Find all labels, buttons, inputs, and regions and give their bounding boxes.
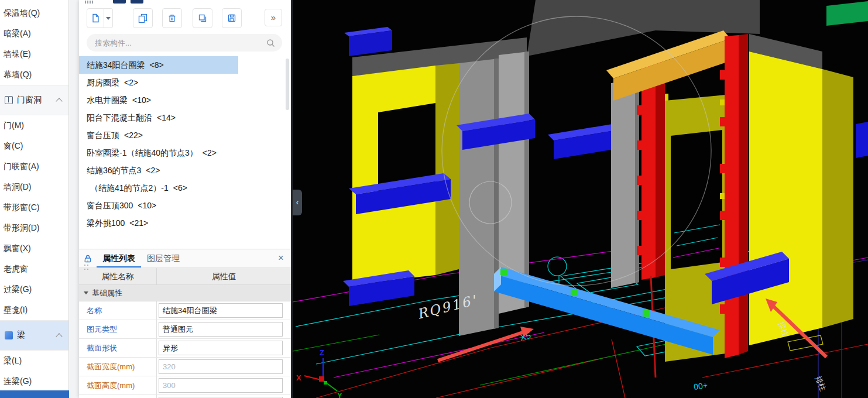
property-value-input[interactable]: 300 <box>159 378 283 393</box>
property-value-input[interactable]: 320 <box>159 359 283 374</box>
search-icon <box>266 39 275 47</box>
sidebar-item-wall-pier[interactable]: 墙垛(E) <box>0 44 68 64</box>
component-count: <10> <box>138 201 156 210</box>
new-component-button[interactable] <box>87 8 104 28</box>
toolbar-more-button[interactable]: » <box>265 9 282 26</box>
sidebar-item-dormer-window[interactable]: 老虎窗 <box>0 259 68 279</box>
sidebar-item-coupling-beam[interactable]: 连梁(G) <box>0 371 68 392</box>
red-column[interactable] <box>725 35 739 358</box>
column-notch <box>720 117 725 126</box>
component-type-sidebar: 保温墙(Q) 暗梁(A) 墙垛(E) 幕墙(Q) 门窗洞 门(M) 窗(C) 门… <box>0 0 69 398</box>
property-row: 截面宽度(mm) 320 <box>79 358 291 376</box>
sidebar-item-beam[interactable]: 梁(L) <box>0 351 68 371</box>
property-value-input[interactable]: 结施34阳台圈梁 <box>159 303 283 318</box>
component-count: <6> <box>173 183 187 193</box>
grip-handle[interactable] <box>500 269 507 275</box>
duplicate-component-button[interactable] <box>193 8 212 28</box>
property-row: 图元类型 普通图元 <box>79 320 291 339</box>
component-list-item[interactable]: 梁外挑100<21> <box>79 214 291 232</box>
red-column-shade <box>656 59 665 277</box>
new-component-dropdown[interactable] <box>104 8 113 28</box>
grip-handle[interactable] <box>643 310 649 317</box>
delete-component-button[interactable] <box>162 8 182 28</box>
section-basic-properties[interactable]: 基础属性 <box>79 285 291 301</box>
component-list-item[interactable]: 阳台下混凝土翻沿<14> <box>79 109 291 126</box>
property-value-input[interactable]: 异形 <box>159 341 283 355</box>
sidebar-group-door-window-opening[interactable]: 门窗洞 <box>0 85 68 115</box>
panel-grip-icon[interactable] <box>84 259 89 275</box>
component-list-item[interactable]: 卧室圈梁-1（结施40的节点3）<2> <box>79 144 291 162</box>
component-list-item[interactable]: 窗台压顶300<10> <box>79 197 291 214</box>
sidebar-item-niche[interactable]: 壁龛(I) <box>0 300 68 320</box>
yellow-wall-side[interactable] <box>822 69 853 328</box>
column-notch <box>720 258 725 267</box>
viewport-canvas[interactable]: RQ916' X5 00+ 排柱 排柱 X Y <box>293 0 868 398</box>
sidebar-item-door-window-combo[interactable]: 门联窗(A) <box>0 156 68 177</box>
bim-application-window: 保温墙(Q) 暗梁(A) 墙垛(E) 幕墙(Q) 门窗洞 门(M) 窗(C) 门… <box>0 0 868 398</box>
sidebar-item-strip-window[interactable]: 带形窗(C) <box>0 197 68 218</box>
list-scrollbar[interactable] <box>286 59 289 110</box>
tab-property-list[interactable]: 属性列表 <box>97 249 141 267</box>
yellow-wall[interactable] <box>749 52 822 345</box>
close-icon[interactable]: × <box>278 249 284 267</box>
chevron-down-icon <box>106 17 111 20</box>
component-list-item[interactable]: 厨房圈梁<2> <box>79 74 291 91</box>
sidebar-item-wall-opening[interactable]: 墙洞(D) <box>0 177 68 197</box>
chevron-up-icon <box>56 98 62 104</box>
sidebar-item-insulation-wall[interactable]: 保温墙(Q) <box>0 3 68 23</box>
column-notch <box>720 100 725 105</box>
drag-grip-icon[interactable] <box>85 1 93 4</box>
copy-component-button[interactable] <box>133 8 153 28</box>
red-column[interactable] <box>641 60 656 280</box>
save-component-button[interactable] <box>222 8 242 28</box>
component-list-item[interactable]: 结施36的节点3<2> <box>79 162 291 179</box>
component-list-item[interactable]: 结施34阳台圈梁<8> <box>79 56 291 74</box>
viewport-3d[interactable]: RQ916' X5 00+ 排柱 排柱 X Y <box>293 0 868 398</box>
column-header-name: 属性名称 <box>79 268 157 284</box>
search-input[interactable] <box>94 38 266 48</box>
save-icon <box>227 13 236 23</box>
component-name: 结施36的节点3 <box>87 166 141 175</box>
component-list-panel: » 结施34阳台圈梁<8> 厨房圈梁<2> 水电井圈梁<10> 阳台下混凝土翻沿… <box>79 0 291 398</box>
sidebar-item-door[interactable]: 门(M) <box>0 115 68 136</box>
component-list-item[interactable]: 水电井圈梁<10> <box>79 91 291 109</box>
sidebar-item-hidden-beam[interactable]: 暗梁(A) <box>0 23 68 44</box>
column-header-value: 属性值 <box>157 268 291 284</box>
sidebar-item-partial[interactable] <box>0 390 69 398</box>
copy-icon <box>138 13 147 23</box>
component-list-item[interactable]: 窗台压顶<22> <box>79 126 291 144</box>
concrete-column[interactable] <box>611 80 639 288</box>
component-list-item[interactable]: （结施41的节点2）-1<6> <box>79 179 291 197</box>
window-opening[interactable] <box>671 130 722 269</box>
axis-z-label: Z <box>320 348 324 357</box>
column-notch <box>637 176 641 185</box>
properties-header: 属性列表 图层管理 × <box>79 249 291 268</box>
blue-beam[interactable] <box>856 122 868 158</box>
component-name: 阳台下混凝土翻沿 <box>87 113 152 122</box>
sidebar-item-bay-window[interactable]: 飘窗(X) <box>0 238 68 259</box>
property-name: 名称 <box>79 301 157 320</box>
grip-handle[interactable] <box>571 289 577 296</box>
component-count: <2> <box>203 148 217 157</box>
sidebar-group-beam[interactable]: 梁 <box>0 320 68 351</box>
yellow-wall-side[interactable] <box>435 63 459 275</box>
component-count: <2> <box>146 166 160 175</box>
layers-icon <box>198 13 207 23</box>
property-value-input[interactable]: 普通图元 <box>159 322 283 337</box>
tab-layer-management[interactable]: 图层管理 <box>141 249 186 267</box>
property-name <box>79 395 157 398</box>
sidebar-item-curtain-wall[interactable]: 幕墙(Q) <box>0 64 68 85</box>
component-name: 梁外挑100 <box>87 218 125 228</box>
sidebar-item-strip-opening[interactable]: 带形洞(D) <box>0 218 68 238</box>
chevron-up-icon <box>56 333 62 339</box>
column-notch <box>720 304 725 314</box>
sidebar-item-lintel[interactable]: 过梁(G) <box>0 279 68 300</box>
column-notch <box>720 70 725 80</box>
sidebar-item-window[interactable]: 窗(C) <box>0 136 68 156</box>
new-document-icon <box>91 13 100 23</box>
property-row: 截面形状 异形 <box>79 339 291 358</box>
panel-collapse-handle[interactable]: ‹ <box>293 190 302 215</box>
component-count: <8> <box>150 60 164 70</box>
column-notch <box>720 211 725 220</box>
component-list: 结施34阳台圈梁<8> 厨房圈梁<2> 水电井圈梁<10> 阳台下混凝土翻沿<1… <box>79 56 291 249</box>
